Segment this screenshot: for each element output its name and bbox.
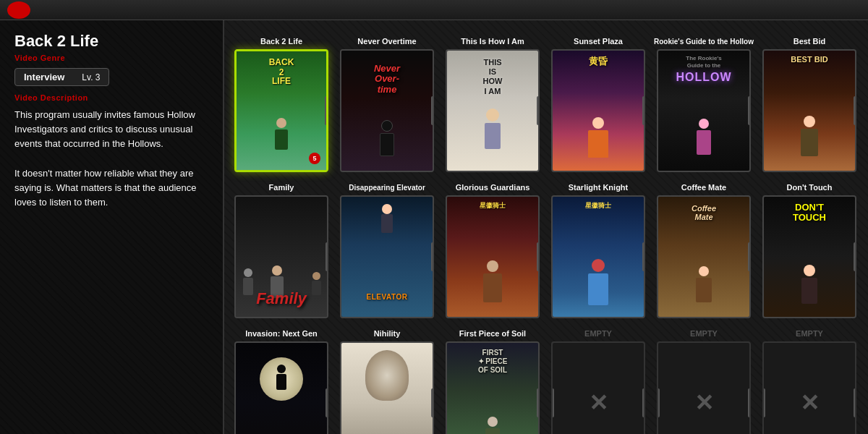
grid-item-back2life[interactable]: Back 2 Life BACK 2 LIFE (230, 27, 333, 172)
card-empty1: ✕ (551, 341, 645, 434)
grid-item-dont-touch[interactable]: Don't Touch DON'TTOUCH (758, 174, 861, 318)
level-text: Lv. 3 (82, 72, 100, 82)
genre-badge: Interview Lv. 3 (14, 68, 109, 86)
item-title-empty3: EMPTY (796, 320, 823, 339)
genre-text: Interview (24, 72, 64, 82)
grid-item-glorious-guardians[interactable]: Glorious Guardians 星徽骑士 (441, 174, 544, 318)
item-title-never-overtime: Never Overtime (357, 27, 416, 46)
card-dont-touch[interactable]: DON'TTOUCH (762, 195, 856, 318)
grid-item-disappearing-elevator[interactable]: Disappearing Elevator ELEVATOR (336, 174, 438, 318)
grid-item-first-piece-of-soil[interactable]: First Piece of Soil FIRST✦ PIECEOF SOIL (441, 320, 544, 434)
grid-item-best-bid[interactable]: Best Bid BEST BID (758, 27, 861, 172)
main-container: Back 2 Life Video Genre Interview Lv. 3 … (0, 20, 868, 434)
card-empty2: ✕ (657, 341, 751, 434)
empty-x-icon: ✕ (694, 389, 714, 417)
card-glorious-guardians[interactable]: 星徽骑士 (446, 195, 540, 318)
card-first-piece-of-soil[interactable]: FIRST✦ PIECEOF SOIL (446, 341, 540, 434)
item-title-nihility: Nihility (374, 320, 401, 339)
card-never-overtime[interactable]: NeverOver-time (340, 49, 434, 172)
item-title-this-is-how-i-am: This Is How I Am (461, 27, 524, 46)
card-invasion-next-gen[interactable]: 侵蚀 异塔 (234, 341, 328, 434)
card-family[interactable]: Family (234, 195, 328, 318)
genre-label: Video Genre (14, 54, 208, 62)
grid-item-empty1: EMPTY ✕ (547, 320, 650, 434)
grid-item-nihility[interactable]: Nihility 虚无 (336, 320, 438, 434)
card-empty3: ✕ (762, 341, 856, 434)
item-title-dont-touch: Don't Touch (787, 174, 833, 192)
right-panel: Back 2 Life BACK 2 LIFE (224, 20, 868, 434)
grid-item-empty2: EMPTY ✕ (652, 320, 755, 434)
grid-item-coffee-mate[interactable]: Coffee Mate CoffeeMate (652, 174, 755, 318)
left-panel: Back 2 Life Video Genre Interview Lv. 3 … (0, 20, 224, 434)
grid-row-2: Family (230, 174, 862, 318)
description: This program usually invites famous Holl… (14, 108, 208, 210)
grid-item-sunset-plaza[interactable]: Sunset Plaza 黄昏 (547, 27, 650, 172)
item-title-rookies-guide: Rookie's Guide to the Hollow (654, 27, 754, 46)
grid-item-rookies-guide[interactable]: Rookie's Guide to the Hollow The Rookie'… (652, 27, 755, 172)
card-rookies-guide[interactable]: The Rookie'sGuide to the HOLLOW (657, 49, 751, 172)
grid-item-never-overtime[interactable]: Never Overtime NeverOver-time (336, 27, 438, 172)
card-back2life[interactable]: BACK 2 LIFE 5 (234, 49, 328, 172)
grid-item-empty3: EMPTY ✕ (758, 320, 861, 434)
logo-icon (7, 1, 30, 19)
grid-item-family[interactable]: Family (230, 174, 333, 318)
grid-row-1: Back 2 Life BACK 2 LIFE (230, 27, 862, 172)
card-disappearing-elevator[interactable]: ELEVATOR (340, 195, 434, 318)
empty-x-icon: ✕ (800, 389, 820, 417)
item-title-best-bid: Best Bid (793, 27, 826, 46)
item-title-starlight-knight: Starlight Knight (569, 174, 629, 192)
item-title-empty1: EMPTY (584, 320, 612, 339)
item-title-family: Family (269, 174, 294, 192)
card-starlight-knight[interactable]: 星徽骑士 (551, 195, 645, 318)
item-title-glorious-guardians: Glorious Guardians (456, 174, 530, 192)
card-nihility[interactable]: 虚无 (340, 341, 434, 434)
empty-x-icon: ✕ (589, 389, 608, 417)
panel-title: Back 2 Life (14, 32, 208, 51)
item-title-disappearing-elevator: Disappearing Elevator (349, 174, 425, 192)
card-this-is-how-i-am[interactable]: THISISHOWI AM (446, 49, 540, 172)
item-title-first-piece-of-soil: First Piece of Soil (459, 320, 526, 339)
grid-item-this-is-how-i-am[interactable]: This Is How I Am THISISHOWI AM (441, 27, 544, 172)
top-bar (0, 0, 868, 20)
item-title-invasion-next-gen: Invasion: Next Gen (245, 320, 318, 339)
item-title-back2life: Back 2 Life (260, 27, 302, 46)
card-sunset-plaza[interactable]: 黄昏 (551, 49, 645, 172)
grid-item-invasion-next-gen[interactable]: Invasion: Next Gen 侵蚀 异塔 (230, 320, 333, 434)
card-coffee-mate[interactable]: CoffeeMate (657, 195, 751, 318)
desc-label: Video Description (14, 93, 208, 102)
grid-item-starlight-knight[interactable]: Starlight Knight 星徽骑士 (547, 174, 650, 318)
item-title-coffee-mate: Coffee Mate (681, 174, 726, 192)
grid-row-3: Invasion: Next Gen 侵蚀 异塔 (230, 320, 862, 434)
grid-rows: Back 2 Life BACK 2 LIFE (230, 27, 862, 434)
card-best-bid[interactable]: BEST BID (762, 49, 856, 172)
item-title-sunset-plaza: Sunset Plaza (574, 27, 623, 46)
item-title-empty2: EMPTY (690, 320, 718, 339)
